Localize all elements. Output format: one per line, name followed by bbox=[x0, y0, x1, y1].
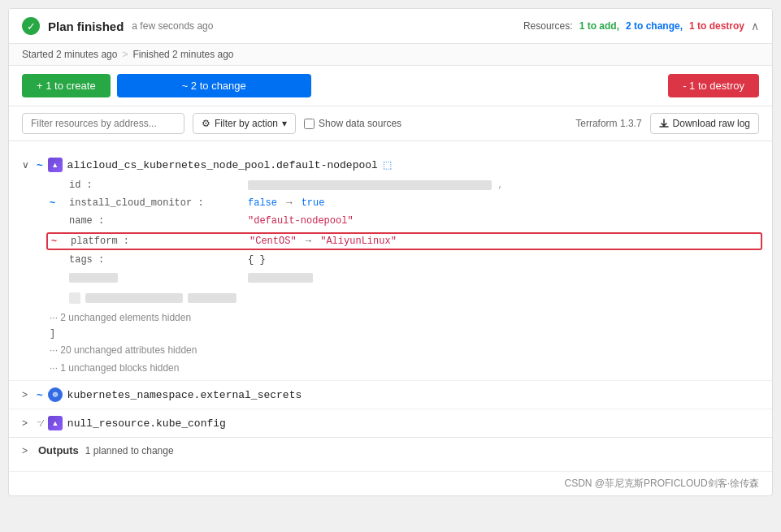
add-count: 1 to add, bbox=[579, 20, 619, 32]
finished-time: Finished 2 minutes ago bbox=[132, 49, 233, 60]
filter-row: ⚙ Filter by action ▾ Show data sources T… bbox=[9, 106, 772, 141]
watermark: CSDN @菲尼克斯PROFICLOUD剑客·徐传森 bbox=[9, 471, 772, 495]
attr-name-monitor: install_cloud_monitor : bbox=[69, 197, 248, 209]
plan-header: ✓ Plan finished a few seconds ago Resour… bbox=[9, 9, 772, 44]
main-container: ✓ Plan finished a few seconds ago Resour… bbox=[8, 8, 773, 496]
attr-value-name: "default-nodepool" bbox=[248, 215, 354, 227]
outputs-row[interactable]: > Outputs 1 planned to change bbox=[9, 437, 772, 463]
change-button[interactable]: ~ 2 to change bbox=[117, 74, 311, 97]
attr-row-name: name : "default-nodepool" bbox=[50, 213, 759, 231]
attr-row-id: id : , bbox=[50, 177, 759, 195]
filter-address-input[interactable] bbox=[22, 113, 184, 134]
change-count: 2 to change, bbox=[626, 20, 683, 32]
hidden-attrs-note: ··· 20 unchanged attributes hidden bbox=[50, 341, 759, 359]
attributes-table: id : , ~ install_cloud_monitor : false →… bbox=[9, 177, 772, 377]
attr-name-id: id : bbox=[69, 179, 248, 191]
destroy-count: 1 to destroy bbox=[689, 20, 744, 32]
outputs-note: 1 planned to change bbox=[85, 445, 174, 456]
time-row: Started 2 minutes ago > Finished 2 minut… bbox=[9, 44, 772, 66]
monitor-old-val: false bbox=[248, 197, 277, 209]
plan-time: a few seconds ago bbox=[132, 20, 213, 32]
resource-icon-null: ▲ bbox=[48, 416, 63, 430]
platform-old-val: "CentOS" bbox=[249, 236, 297, 247]
resource-icon-alicloud: ▲ bbox=[48, 158, 63, 172]
external-link-icon[interactable]: ⬚ bbox=[383, 159, 392, 171]
platform-new-val: "AliyunLinux" bbox=[320, 236, 397, 247]
collapse-icon[interactable]: ∧ bbox=[751, 19, 759, 32]
attr-name-tags: tags : bbox=[69, 254, 248, 266]
resource-name-null: null_resource.kube_config bbox=[67, 417, 226, 430]
show-datasources-checkbox[interactable] bbox=[304, 119, 315, 129]
blurred-section bbox=[50, 288, 759, 309]
expand-icon-null[interactable]: > bbox=[22, 417, 32, 429]
attr-value-tags: { } bbox=[248, 254, 266, 266]
closing-bracket: ] bbox=[50, 327, 759, 341]
time-separator: > bbox=[122, 49, 128, 60]
show-datasources-label: Show data sources bbox=[304, 118, 401, 129]
tilde-icon-k8s: ~ bbox=[37, 389, 43, 401]
actions-row: + 1 to create ~ 2 to change - 1 to destr… bbox=[9, 66, 772, 106]
hidden-blocks-note: ··· 1 unchanged blocks hidden bbox=[50, 359, 759, 377]
terraform-version: Terraform 1.3.7 bbox=[575, 118, 641, 129]
slash-icon-null: ⁻⁄ bbox=[37, 418, 43, 429]
resource-block-k8s[interactable]: > ~ ☸ kubernetes_namespace.external_secr… bbox=[9, 380, 772, 409]
attr-name-platform: platform : bbox=[71, 236, 249, 247]
destroy-button[interactable]: - 1 to destroy bbox=[668, 74, 759, 97]
resource-name-alicloud: alicloud_cs_kubernetes_node_pool.default… bbox=[67, 159, 378, 171]
download-icon bbox=[659, 119, 669, 128]
attr-value-id: , bbox=[248, 179, 503, 191]
content-area: ∨ ~ ▲ alicloud_cs_kubernetes_node_pool.d… bbox=[9, 141, 772, 471]
resource-header-alicloud[interactable]: ∨ ~ ▲ alicloud_cs_kubernetes_node_pool.d… bbox=[9, 153, 772, 177]
attr-tilde-monitor: ~ bbox=[50, 197, 66, 209]
resource-block-alicloud: ∨ ~ ▲ alicloud_cs_kubernetes_node_pool.d… bbox=[9, 149, 772, 380]
create-button[interactable]: + 1 to create bbox=[22, 74, 111, 97]
filter-right: Terraform 1.3.7 Download raw log bbox=[575, 113, 759, 134]
monitor-new-val: true bbox=[302, 197, 325, 209]
attr-value-monitor: false → true bbox=[248, 197, 324, 209]
show-datasources-text: Show data sources bbox=[319, 118, 401, 129]
resource-icon-k8s: ☸ bbox=[48, 387, 63, 402]
attr-value-blurred bbox=[248, 272, 316, 283]
funnel-icon: ⚙ bbox=[202, 118, 210, 129]
attr-name-blurred bbox=[69, 272, 248, 283]
plan-header-left: ✓ Plan finished a few seconds ago bbox=[22, 17, 213, 35]
expand-icon-outputs[interactable]: > bbox=[22, 445, 32, 456]
filter-action-label: Filter by action bbox=[215, 118, 278, 129]
plan-title: Plan finished bbox=[48, 19, 124, 33]
hidden-elements-note: ··· 2 unchanged elements hidden bbox=[50, 309, 759, 327]
download-log-button[interactable]: Download raw log bbox=[650, 113, 759, 134]
outputs-label: Outputs bbox=[38, 444, 79, 456]
resources-summary-label: Resources: bbox=[523, 20, 573, 32]
attr-row-tags: tags : { } bbox=[50, 252, 759, 270]
download-label: Download raw log bbox=[673, 118, 750, 129]
filter-action-button[interactable]: ⚙ Filter by action ▾ bbox=[193, 113, 296, 134]
resource-block-null[interactable]: > ⁻⁄ ▲ null_resource.kube_config bbox=[9, 409, 772, 437]
expand-icon[interactable]: ∨ bbox=[22, 159, 32, 171]
plan-header-right: Resources: 1 to add, 2 to change, 1 to d… bbox=[523, 19, 759, 32]
attr-row-platform: ~ platform : "CentOS" → "AliyunLinux" bbox=[46, 232, 762, 250]
attr-value-platform: "CentOS" → "AliyunLinux" bbox=[249, 236, 397, 247]
started-time: Started 2 minutes ago bbox=[22, 49, 117, 60]
check-icon: ✓ bbox=[22, 17, 40, 35]
name-val: "default-nodepool" bbox=[248, 215, 354, 227]
tilde-icon: ~ bbox=[37, 159, 43, 171]
chevron-down-icon: ▾ bbox=[282, 118, 287, 129]
attr-tilde-platform: ~ bbox=[51, 236, 67, 247]
attr-row-install-monitor: ~ install_cloud_monitor : false → true bbox=[50, 195, 759, 213]
expand-icon-k8s[interactable]: > bbox=[22, 389, 32, 400]
attr-row-blurred bbox=[50, 270, 759, 288]
resource-name-k8s: kubernetes_namespace.external_secrets bbox=[67, 389, 302, 401]
attr-name-name: name : bbox=[69, 215, 248, 227]
